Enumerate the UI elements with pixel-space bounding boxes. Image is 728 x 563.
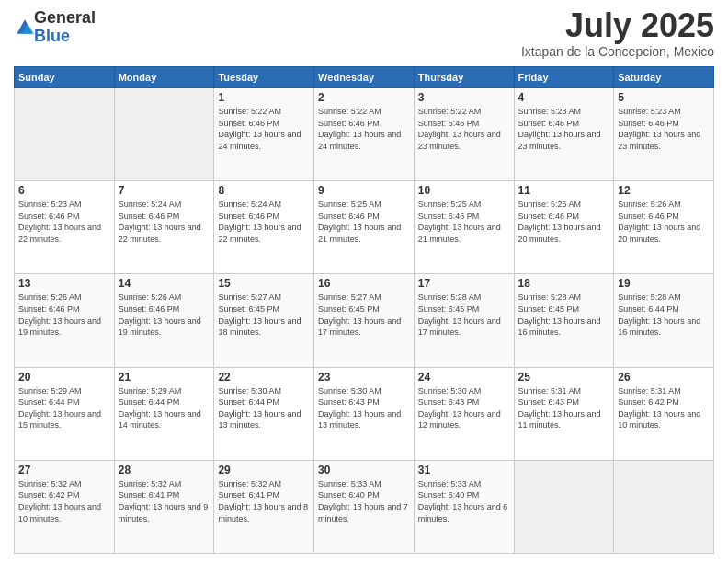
calendar-cell [514, 460, 614, 553]
day-number: 8 [218, 184, 310, 197]
header-sunday: Sunday [15, 67, 115, 88]
cell-content: Sunrise: 5:26 AM Sunset: 6:46 PM Dayligh… [618, 199, 710, 245]
logo-text: General Blue [34, 9, 96, 46]
title-section: July 2025 Ixtapan de la Concepcion, Mexi… [521, 9, 714, 59]
calendar-cell: 24Sunrise: 5:30 AM Sunset: 6:43 PM Dayli… [414, 367, 514, 460]
calendar-cell: 29Sunrise: 5:32 AM Sunset: 6:41 PM Dayli… [214, 460, 314, 553]
calendar-cell: 11Sunrise: 5:25 AM Sunset: 6:46 PM Dayli… [514, 181, 614, 274]
day-number: 22 [218, 371, 310, 384]
cell-content: Sunrise: 5:32 AM Sunset: 6:41 PM Dayligh… [218, 478, 310, 524]
calendar-cell: 7Sunrise: 5:24 AM Sunset: 6:46 PM Daylig… [114, 181, 214, 274]
calendar-cell: 22Sunrise: 5:30 AM Sunset: 6:44 PM Dayli… [214, 367, 314, 460]
logo-icon [16, 18, 34, 37]
calendar-week-2: 6Sunrise: 5:23 AM Sunset: 6:46 PM Daylig… [15, 181, 714, 274]
cell-content: Sunrise: 5:25 AM Sunset: 6:46 PM Dayligh… [318, 199, 410, 245]
calendar-cell: 27Sunrise: 5:32 AM Sunset: 6:42 PM Dayli… [15, 460, 115, 553]
day-number: 11 [518, 184, 610, 197]
calendar-cell: 1Sunrise: 5:22 AM Sunset: 6:46 PM Daylig… [214, 88, 314, 181]
day-number: 14 [119, 277, 210, 290]
day-number: 31 [418, 464, 510, 477]
cell-content: Sunrise: 5:29 AM Sunset: 6:44 PM Dayligh… [18, 385, 110, 431]
cell-content: Sunrise: 5:30 AM Sunset: 6:43 PM Dayligh… [418, 385, 510, 431]
cell-content: Sunrise: 5:23 AM Sunset: 6:46 PM Dayligh… [18, 199, 110, 245]
calendar-cell: 6Sunrise: 5:23 AM Sunset: 6:46 PM Daylig… [15, 181, 115, 274]
cell-content: Sunrise: 5:28 AM Sunset: 6:45 PM Dayligh… [518, 292, 610, 338]
day-number: 7 [119, 184, 210, 197]
day-number: 12 [618, 184, 710, 197]
calendar-cell: 3Sunrise: 5:22 AM Sunset: 6:46 PM Daylig… [414, 88, 514, 181]
day-number: 15 [218, 277, 310, 290]
calendar-cell: 31Sunrise: 5:33 AM Sunset: 6:40 PM Dayli… [414, 460, 514, 553]
calendar-cell: 21Sunrise: 5:29 AM Sunset: 6:44 PM Dayli… [114, 367, 214, 460]
cell-content: Sunrise: 5:30 AM Sunset: 6:44 PM Dayligh… [218, 385, 310, 431]
cell-content: Sunrise: 5:32 AM Sunset: 6:41 PM Dayligh… [119, 478, 210, 524]
cell-content: Sunrise: 5:22 AM Sunset: 6:46 PM Dayligh… [218, 106, 310, 152]
calendar-cell: 4Sunrise: 5:23 AM Sunset: 6:46 PM Daylig… [514, 88, 614, 181]
calendar-cell [114, 88, 214, 181]
calendar-cell: 12Sunrise: 5:26 AM Sunset: 6:46 PM Dayli… [614, 181, 714, 274]
calendar-cell: 30Sunrise: 5:33 AM Sunset: 6:40 PM Dayli… [314, 460, 415, 553]
location-subtitle: Ixtapan de la Concepcion, Mexico [521, 44, 714, 59]
day-number: 20 [18, 371, 110, 384]
cell-content: Sunrise: 5:32 AM Sunset: 6:42 PM Dayligh… [18, 478, 110, 524]
cell-content: Sunrise: 5:26 AM Sunset: 6:46 PM Dayligh… [119, 292, 210, 338]
day-number: 4 [518, 91, 610, 104]
calendar-cell: 19Sunrise: 5:28 AM Sunset: 6:44 PM Dayli… [614, 274, 714, 367]
calendar-cell: 17Sunrise: 5:28 AM Sunset: 6:45 PM Dayli… [414, 274, 514, 367]
calendar-table: SundayMondayTuesdayWednesdayThursdayFrid… [14, 66, 714, 554]
calendar-week-4: 20Sunrise: 5:29 AM Sunset: 6:44 PM Dayli… [15, 367, 714, 460]
calendar-week-1: 1Sunrise: 5:22 AM Sunset: 6:46 PM Daylig… [15, 88, 714, 181]
cell-content: Sunrise: 5:28 AM Sunset: 6:45 PM Dayligh… [418, 292, 510, 338]
header-tuesday: Tuesday [214, 67, 314, 88]
calendar-cell: 26Sunrise: 5:31 AM Sunset: 6:42 PM Dayli… [614, 367, 714, 460]
calendar-cell: 18Sunrise: 5:28 AM Sunset: 6:45 PM Dayli… [514, 274, 614, 367]
cell-content: Sunrise: 5:22 AM Sunset: 6:46 PM Dayligh… [318, 106, 410, 152]
calendar-week-5: 27Sunrise: 5:32 AM Sunset: 6:42 PM Dayli… [15, 460, 714, 553]
day-number: 9 [318, 184, 410, 197]
day-number: 13 [18, 277, 110, 290]
calendar-cell: 23Sunrise: 5:30 AM Sunset: 6:43 PM Dayli… [314, 367, 415, 460]
cell-content: Sunrise: 5:27 AM Sunset: 6:45 PM Dayligh… [218, 292, 310, 338]
logo: General Blue [14, 9, 96, 46]
header-thursday: Thursday [414, 67, 514, 88]
calendar-cell: 9Sunrise: 5:25 AM Sunset: 6:46 PM Daylig… [314, 181, 415, 274]
calendar-cell: 13Sunrise: 5:26 AM Sunset: 6:46 PM Dayli… [15, 274, 115, 367]
cell-content: Sunrise: 5:28 AM Sunset: 6:44 PM Dayligh… [618, 292, 710, 338]
calendar-header-row: SundayMondayTuesdayWednesdayThursdayFrid… [15, 67, 714, 88]
calendar-cell: 8Sunrise: 5:24 AM Sunset: 6:46 PM Daylig… [214, 181, 314, 274]
calendar-cell: 25Sunrise: 5:31 AM Sunset: 6:43 PM Dayli… [514, 367, 614, 460]
calendar-cell: 16Sunrise: 5:27 AM Sunset: 6:45 PM Dayli… [314, 274, 415, 367]
day-number: 27 [18, 464, 110, 477]
cell-content: Sunrise: 5:24 AM Sunset: 6:46 PM Dayligh… [119, 199, 210, 245]
logo-blue: Blue [34, 28, 96, 46]
day-number: 28 [119, 464, 210, 477]
day-number: 24 [418, 371, 510, 384]
day-number: 17 [418, 277, 510, 290]
cell-content: Sunrise: 5:31 AM Sunset: 6:42 PM Dayligh… [618, 385, 710, 431]
calendar-cell: 2Sunrise: 5:22 AM Sunset: 6:46 PM Daylig… [314, 88, 415, 181]
calendar-cell: 5Sunrise: 5:23 AM Sunset: 6:46 PM Daylig… [614, 88, 714, 181]
cell-content: Sunrise: 5:30 AM Sunset: 6:43 PM Dayligh… [318, 385, 410, 431]
page: General Blue July 2025 Ixtapan de la Con… [0, 0, 728, 563]
calendar-cell [614, 460, 714, 553]
day-number: 29 [218, 464, 310, 477]
cell-content: Sunrise: 5:23 AM Sunset: 6:46 PM Dayligh… [518, 106, 610, 152]
cell-content: Sunrise: 5:33 AM Sunset: 6:40 PM Dayligh… [418, 478, 510, 524]
day-number: 6 [18, 184, 110, 197]
day-number: 23 [318, 371, 410, 384]
day-number: 19 [618, 277, 710, 290]
calendar-cell [15, 88, 115, 181]
header-saturday: Saturday [614, 67, 714, 88]
logo-general: General [34, 9, 96, 28]
day-number: 26 [618, 371, 710, 384]
header-monday: Monday [114, 67, 214, 88]
cell-content: Sunrise: 5:26 AM Sunset: 6:46 PM Dayligh… [18, 292, 110, 338]
header-wednesday: Wednesday [314, 67, 415, 88]
cell-content: Sunrise: 5:24 AM Sunset: 6:46 PM Dayligh… [218, 199, 310, 245]
day-number: 18 [518, 277, 610, 290]
cell-content: Sunrise: 5:22 AM Sunset: 6:46 PM Dayligh… [418, 106, 510, 152]
month-title: July 2025 [521, 9, 714, 42]
cell-content: Sunrise: 5:23 AM Sunset: 6:46 PM Dayligh… [618, 106, 710, 152]
cell-content: Sunrise: 5:25 AM Sunset: 6:46 PM Dayligh… [518, 199, 610, 245]
cell-content: Sunrise: 5:27 AM Sunset: 6:45 PM Dayligh… [318, 292, 410, 338]
